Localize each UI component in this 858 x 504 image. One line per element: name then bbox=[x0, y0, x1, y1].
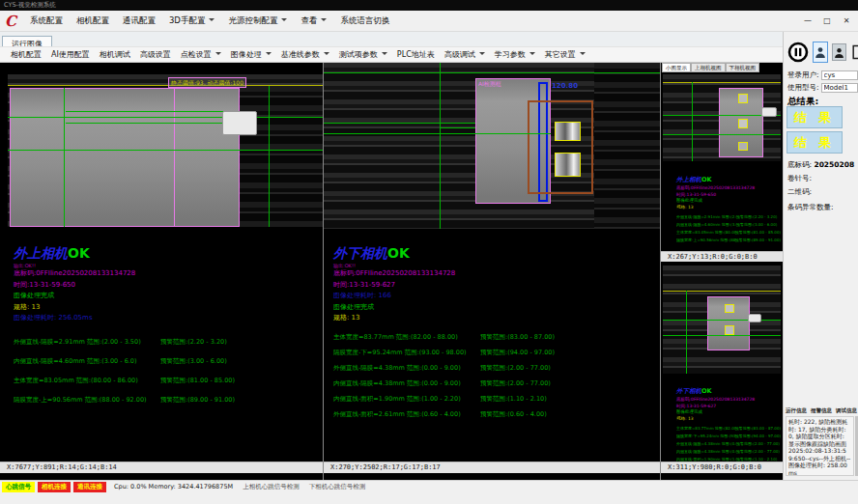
done-line: 图像处理完成 bbox=[14, 291, 321, 302]
login-user-field[interactable] bbox=[821, 70, 858, 80]
threshold-overlay-label: 静态阈值:93, 动态阈值:100 bbox=[168, 77, 246, 88]
green-guide-vline bbox=[692, 82, 693, 161]
sidebar-barcode-label: 底标码: bbox=[787, 160, 812, 169]
upper-camera-view[interactable]: 静态阈值:93, 动态阈值:100 bbox=[8, 74, 323, 227]
time-line: 时间:13-31-59-650 bbox=[14, 280, 321, 292]
green-measure-hline bbox=[663, 320, 781, 321]
measurement-warn: 预警范围:(2.00 - 77.00) bbox=[480, 360, 551, 376]
close-button[interactable]: ✕ bbox=[841, 16, 852, 25]
connector-part bbox=[222, 111, 257, 135]
panel-separator bbox=[660, 63, 661, 480]
exit-button[interactable] bbox=[850, 42, 858, 62]
window-controls: — □ ✕ bbox=[802, 16, 852, 25]
camera-title: 外上相机 bbox=[14, 245, 68, 261]
tool-image-processing[interactable]: 图像处理 bbox=[226, 47, 276, 62]
tool-camera-config[interactable]: 相机配置 bbox=[6, 47, 46, 62]
measurement-warn: 预警范围:(89.00 - 91.00) bbox=[735, 237, 781, 244]
tool-plc-address-table[interactable]: PLC地址表 bbox=[392, 47, 440, 62]
ai-frame-label: AI检测框 bbox=[478, 80, 501, 89]
menu-3d-hand-config[interactable]: 3D手配置 bbox=[162, 14, 221, 29]
lower-camera-results: 外下相机OK 输出:OK!! 底标码:0FFIline2025020813313… bbox=[333, 243, 652, 422]
measurement-row: 外侧直线-面积=2.61mm 范围:(0.60 - 4.00) 预警范围:(0.… bbox=[333, 406, 652, 422]
tool-ai-use-config[interactable]: AI使用配置 bbox=[46, 47, 95, 62]
machine-dark-zone bbox=[240, 86, 323, 227]
yellow-tab-rect bbox=[725, 304, 734, 313]
thumb-tab-upper-camera[interactable]: 上相机视图 bbox=[691, 63, 726, 72]
tool-test-params[interactable]: 测试项参数 bbox=[334, 47, 392, 62]
measurement-text: 隔膜宽度-下=95.24mm 范围:(93.00 - 98.00) bbox=[333, 345, 480, 360]
tool-learning-params[interactable]: 学习参数 bbox=[490, 47, 540, 62]
measurement-warn: 预警范围:(3.00 - 6.00) bbox=[736, 221, 777, 229]
info-tab-alarm[interactable]: 报警信息 bbox=[811, 407, 832, 414]
measurement-row: 内侧直线-隔膜=4.60mm 范围:(3.00 - 6.0) 预警范围:(3.0… bbox=[14, 351, 321, 371]
barcode-abnormal-count-label: 条码异常数量: bbox=[787, 203, 834, 212]
measurement-warn: 预警范围:(2.00 - 77.00) bbox=[480, 376, 551, 391]
title-bar: CYS-视觉检测系统 bbox=[0, 0, 858, 11]
pink-guide-line bbox=[174, 88, 175, 227]
menu-camera-config[interactable]: 相机配置 bbox=[70, 14, 116, 29]
measurement-text: 外侧直线-隔膜=2.91mm 范围:(2.00 - 3.50) bbox=[676, 213, 736, 221]
measurement-row: 主体宽度=83.05mm 范围:(80.00 - 86.00) 预警范围:(81… bbox=[14, 371, 321, 390]
info-tab-run[interactable]: 运行信息 bbox=[786, 407, 807, 414]
upper-camera-results: 外上相机OK 输出:OK!! 底标码:0FFIline2025020813313… bbox=[14, 243, 321, 409]
menu-view[interactable]: 查看 bbox=[294, 14, 333, 29]
measurement-row: 内侧直线-隔膜=4.38mm 范围:(0.00 - 9.00) 预警范围:(2.… bbox=[333, 376, 652, 391]
exit-door-icon bbox=[851, 44, 858, 60]
thumb-lower-pixel-readout: X:311;Y:980;R:0;G:0;B:0 bbox=[661, 462, 783, 473]
measurement-text: 内侧直线-隔膜=4.38mm 范围:(0.00 - 9.00) bbox=[333, 376, 480, 391]
measurement-text: 隔膜宽度-上=90.56mm 范围:(88.00 - 92.00) bbox=[676, 237, 735, 244]
main-content: 静态阈值:93, 动态阈值:100 外上相机OK 输出:OK!! 底标码:0FF… bbox=[0, 63, 783, 480]
thumb-upper-results: 外上相机OK 底标码:0FFIline20250208133134728 时间:… bbox=[676, 167, 781, 244]
result-ok: OK bbox=[68, 245, 90, 261]
yellow-reference-line bbox=[663, 291, 781, 292]
measurement-text: 隔膜宽度-上=90.56mm 范围:(88.00 - 92.00) bbox=[14, 390, 160, 409]
info-tab-debug[interactable]: 调试信息 bbox=[836, 407, 857, 414]
spec-line: 规格: 13 bbox=[333, 313, 652, 324]
connector-part bbox=[748, 314, 761, 322]
menu-bar: C 系统配置 相机配置 通讯配置 3D手配置 光源控制配置 查看 系统语言切换 … bbox=[0, 11, 858, 32]
tool-advanced-debug[interactable]: 高级调试 bbox=[440, 47, 490, 62]
tool-other-settings[interactable]: 其它设置 bbox=[540, 47, 590, 62]
lower-camera-view[interactable]: AI检测框 120.80 bbox=[324, 63, 660, 229]
green-measure-hline bbox=[8, 150, 323, 151]
yellow-tab-rect bbox=[738, 94, 748, 103]
result-ok: OK bbox=[701, 387, 712, 395]
thumb-tab-strip: 小图显示 上相机视图 下相机视图 bbox=[662, 63, 783, 72]
minimize-button[interactable]: — bbox=[802, 16, 814, 25]
tool-baseline-params[interactable]: 基准线参数 bbox=[276, 47, 334, 62]
lower-camera-pixel-readout: X:270;Y:2502;R:17;G:17;B:17 bbox=[324, 462, 660, 473]
menu-light-control-config[interactable]: 光源控制配置 bbox=[221, 14, 294, 29]
maximize-button[interactable]: □ bbox=[821, 16, 833, 25]
measurement-text: 内侧直线-隔膜=4.60mm 范围:(3.00 - 6.0) bbox=[676, 221, 736, 229]
menu-system-config[interactable]: 系统配置 bbox=[23, 14, 70, 29]
thumb-lower-camera-view[interactable] bbox=[663, 266, 781, 374]
measurement-warn: 预警范围:(2.00 - 77.00) bbox=[736, 440, 780, 448]
measurement-warn: 预警范围:(2.20 - 3.20) bbox=[160, 332, 227, 351]
spec-line: 规格: 13 bbox=[14, 302, 321, 314]
green-measure-hline bbox=[663, 134, 781, 135]
result-ok: OK bbox=[701, 176, 712, 183]
thumb-tab-overview[interactable]: 小图显示 bbox=[662, 63, 691, 72]
measurement-row: 内侧直线-隔膜=4.60mm 范围:(3.00 - 6.0) 预警范围:(3.0… bbox=[676, 221, 781, 229]
green-guide-vline bbox=[64, 88, 65, 227]
upper-camera-heartbeat-text: 上相机心跳信号检测 bbox=[243, 483, 300, 491]
measurement-warn: 预警范围:(1.10 - 2.10) bbox=[480, 391, 547, 406]
tab-strip: 运行图像 bbox=[0, 32, 783, 46]
tool-camera-debug[interactable]: 相机调试 bbox=[95, 47, 135, 62]
pause-button[interactable] bbox=[787, 42, 809, 63]
operator-button[interactable] bbox=[832, 43, 846, 61]
yellow-tab-rect bbox=[555, 153, 581, 177]
tool-spot-check[interactable]: 点检设置 bbox=[176, 47, 226, 62]
lower-camera-heartbeat-text: 下相机心跳信号检测 bbox=[309, 483, 366, 491]
measurement-text: 隔膜宽度-下=95.24mm 范围:(93.00 - 98.00) bbox=[676, 433, 735, 440]
thumb-upper-camera-view[interactable] bbox=[663, 74, 781, 161]
menu-comm-config[interactable]: 通讯配置 bbox=[116, 14, 162, 29]
login-user-button[interactable] bbox=[813, 42, 828, 63]
model-field[interactable] bbox=[821, 83, 858, 93]
menu-language-switch[interactable]: 系统语言切换 bbox=[333, 14, 396, 29]
thumb-upper-pixel-readout: X:267;Y:13;R:0;G:0;B:0 bbox=[661, 251, 783, 262]
thumb-tab-lower-camera[interactable]: 下相机视图 bbox=[726, 63, 760, 72]
status-bar: 心跳信号 相机连接 通讯连接 Cpu: 0.0% Memory: 3424.41… bbox=[0, 480, 858, 492]
yellow-tab-rect bbox=[725, 325, 734, 335]
tool-advanced-settings[interactable]: 高级设置 bbox=[135, 47, 176, 62]
